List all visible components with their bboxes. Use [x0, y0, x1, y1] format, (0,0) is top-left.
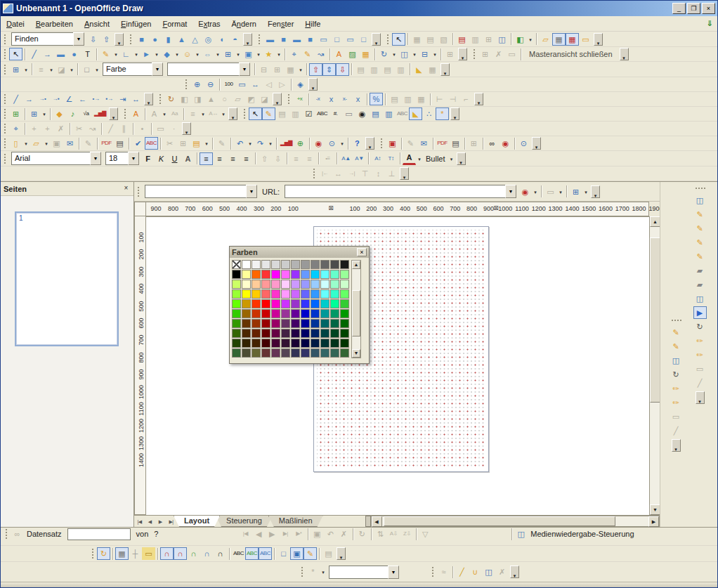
previous-page-icon[interactable]: ◀: [145, 516, 155, 527]
dropdown-arrow-icon[interactable]: ▾: [68, 63, 75, 76]
color-swatch[interactable]: [291, 280, 300, 289]
delete-record-icon[interactable]: ✗: [337, 528, 351, 540]
color-swatch[interactable]: [252, 260, 261, 269]
link-url-select[interactable]: ▼: [285, 185, 516, 198]
toolbar-grip[interactable]: [3, 93, 7, 105]
rotation-mode-icon[interactable]: ↻: [97, 547, 110, 560]
toolbar-grip[interactable]: [3, 152, 7, 165]
edit-file2-icon[interactable]: ✎: [404, 137, 417, 150]
increase-font-icon[interactable]: A▲: [339, 152, 353, 165]
color-swatch[interactable]: [320, 289, 329, 299]
refresh-icon[interactable]: ↻: [355, 528, 369, 540]
convert-to-curve-icon[interactable]: ↝: [86, 122, 99, 135]
bold-icon[interactable]: F: [141, 152, 155, 165]
label-field-icon[interactable]: ABC: [396, 107, 409, 120]
toolbar-overflow-button[interactable]: ▾: [450, 107, 459, 120]
dropdown-arrow-icon[interactable]: ▾: [267, 137, 274, 150]
form-properties2-icon[interactable]: ▥: [289, 107, 302, 120]
dropdown-arrow-icon[interactable]: ▾: [431, 48, 438, 60]
color-swatch[interactable]: [330, 260, 339, 269]
flip-icon[interactable]: ◧: [178, 93, 191, 105]
pages-panel-close-icon[interactable]: ×: [122, 184, 131, 193]
cone-icon[interactable]: ▲: [175, 33, 188, 46]
dropdown-arrow-icon[interactable]: ▾: [416, 152, 423, 165]
color-swatch[interactable]: [340, 329, 349, 338]
last-record-icon[interactable]: ▶|: [279, 528, 292, 540]
color-swatch[interactable]: [291, 299, 300, 308]
symmetric-point-icon[interactable]: •: [136, 122, 149, 135]
combo-dropdown-icon[interactable]: ▼: [90, 152, 101, 165]
insert-formula-icon[interactable]: √a: [79, 107, 93, 120]
scrollbar-split-handle[interactable]: [365, 516, 371, 527]
menu-datei[interactable]: Datei: [1, 18, 30, 30]
toolbar-overflow-button[interactable]: ▾: [672, 439, 681, 452]
color-swatch[interactable]: [232, 309, 241, 318]
activation-order-icon[interactable]: ▧: [437, 33, 450, 46]
large-handles-icon[interactable]: ▣: [290, 547, 303, 560]
color-swatch[interactable]: [320, 309, 329, 318]
formatted-field-icon[interactable]: #.: [329, 107, 342, 120]
bullets-toggle-icon[interactable]: •≡: [321, 152, 334, 165]
dropdown-arrow-icon[interactable]: ▾: [339, 137, 346, 150]
color-swatch[interactable]: [271, 299, 280, 308]
split-curve-icon[interactable]: ✂: [72, 122, 86, 135]
palette-scroll-thumb[interactable]: [352, 290, 360, 337]
menu-format[interactable]: Format: [157, 18, 192, 30]
table-control-icon[interactable]: ⊞: [482, 33, 495, 46]
arrange-icon[interactable]: ⊟: [418, 48, 431, 60]
mirror-icon[interactable]: ◨: [191, 93, 204, 105]
toolbar-overflow-button[interactable]: ▾: [458, 48, 467, 60]
autofilter-icon[interactable]: ▽: [419, 528, 432, 540]
rotate-icon[interactable]: ↻: [164, 93, 178, 105]
flowchart-icon[interactable]: ⊞: [221, 48, 235, 60]
pencil-1-icon[interactable]: ✏: [670, 382, 683, 395]
color-swatch[interactable]: [291, 309, 300, 318]
toolbar-overflow-button[interactable]: ▾: [400, 167, 409, 180]
tab-steuerung[interactable]: Steuerung: [216, 516, 273, 527]
pyramid-icon[interactable]: △: [188, 33, 202, 46]
set-in-circle-icon[interactable]: ○: [218, 93, 231, 105]
pencil-2-icon[interactable]: ✏: [670, 396, 683, 409]
toolbar-grip[interactable]: [287, 93, 291, 105]
open-in-design-mode-icon[interactable]: ▱: [539, 33, 552, 46]
toolbar-overflow-button[interactable]: ▾: [591, 185, 600, 198]
half-sphere-icon[interactable]: ◓: [228, 33, 242, 46]
sort-descending-icon[interactable]: Z⇩: [400, 528, 414, 540]
save-icon[interactable]: ▣: [50, 137, 63, 150]
font-color-icon[interactable]: A: [403, 152, 416, 165]
color-swatch[interactable]: [301, 319, 310, 328]
dropdown-arrow-icon[interactable]: ▾: [22, 63, 30, 76]
colors-window[interactable]: Farben × ▲ ▼: [229, 246, 370, 364]
block-arrow-icon[interactable]: ►: [140, 48, 153, 60]
delete-points-icon[interactable]: ✗: [54, 122, 67, 135]
find-next-icon[interactable]: ⇩: [86, 33, 100, 46]
combo-dropdown-icon[interactable]: ▼: [388, 566, 399, 579]
color-swatch[interactable]: [301, 348, 310, 358]
color-swatch[interactable]: [271, 270, 280, 279]
form-properties-icon[interactable]: ▤: [455, 33, 469, 46]
combo-box-icon[interactable]: ▥: [382, 107, 396, 120]
horizontal-scroll-track[interactable]: [382, 516, 648, 526]
combo-dropdown-icon[interactable]: ▼: [128, 152, 139, 165]
toolbar-grip[interactable]: [300, 566, 304, 578]
tab-layout[interactable]: Layout: [174, 516, 220, 527]
find-previous-icon[interactable]: ⇧: [100, 33, 113, 46]
align-right-icon[interactable]: ≡: [226, 152, 240, 165]
toolbar-overflow-button[interactable]: ▾: [440, 63, 450, 76]
zoom-page2-icon[interactable]: ⊙: [325, 137, 339, 150]
close-button[interactable]: ×: [702, 3, 715, 14]
copy-icon[interactable]: ⊞: [176, 137, 190, 150]
delete-effect-icon[interactable]: ✗: [495, 566, 509, 578]
helplines-display-icon[interactable]: ┼: [129, 547, 142, 560]
text-alignment-icon[interactable]: ≡: [186, 107, 200, 120]
toolbar-grip[interactable]: [129, 33, 133, 46]
increase-spacing-icon[interactable]: A↕: [371, 152, 384, 165]
align-top-edge-icon[interactable]: ⊤: [358, 167, 372, 180]
page-thumbnail[interactable]: 1: [15, 211, 119, 346]
export-pdf2-icon[interactable]: PDF: [436, 137, 449, 150]
toolbar-overflow-button[interactable]: ▾: [337, 547, 346, 560]
wizard-icon[interactable]: *: [436, 107, 449, 120]
cut-icon[interactable]: ✂: [163, 137, 176, 150]
insert-slide-icon[interactable]: ⊞: [9, 107, 22, 120]
close-master-view-button[interactable]: Masteransicht schließen: [523, 49, 618, 59]
